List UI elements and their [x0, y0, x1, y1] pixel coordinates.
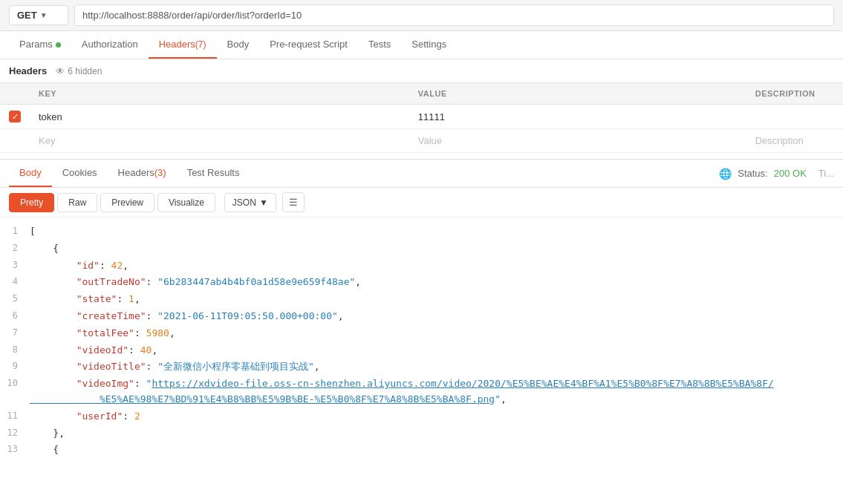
view-pretty-button[interactable]: Pretty: [9, 193, 54, 212]
row-checkbox-cell[interactable]: ✓: [0, 105, 30, 129]
headers-section-header: Headers 👁 6 hidden: [0, 59, 843, 83]
method-select[interactable]: GET ▼: [9, 5, 68, 25]
placeholder-key[interactable]: Key: [30, 129, 409, 153]
tab-params[interactable]: Params: [9, 31, 71, 59]
json-line-5: 5 "state": 1,: [0, 291, 843, 308]
json-line-13: 13 {: [0, 442, 843, 459]
tab-prerequest[interactable]: Pre-request Script: [259, 31, 358, 59]
tab-body[interactable]: Body: [217, 31, 260, 59]
chevron-down-icon: ▼: [40, 11, 48, 19]
col-check: [0, 83, 30, 105]
eye-icon: 👁: [56, 66, 65, 76]
row-key[interactable]: token: [30, 105, 409, 129]
placeholder-value[interactable]: Value: [409, 129, 746, 153]
view-visualize-button[interactable]: Visualize: [157, 193, 215, 212]
video-img-link[interactable]: https://xdvideo-file.oss-cn-shenzhen.ali…: [30, 378, 774, 405]
view-preview-button[interactable]: Preview: [100, 193, 154, 212]
tab-settings[interactable]: Settings: [401, 31, 457, 59]
request-tabs-bar: Params Authorization Headers(7) Body Pre…: [0, 31, 843, 59]
json-line-8: 8 "videoId": 40,: [0, 342, 843, 359]
status-label: Status:: [738, 168, 767, 179]
json-line-7: 7 "totalFee": 5980,: [0, 325, 843, 342]
globe-icon: 🌐: [719, 168, 732, 180]
response-toolbar: Pretty Raw Preview Visualize JSON ▼ ☰: [0, 188, 843, 217]
format-label: JSON: [232, 197, 256, 208]
status-value: 200 OK: [774, 168, 807, 179]
table-row: ✓ token 11111: [0, 105, 843, 129]
view-raw-button[interactable]: Raw: [57, 193, 97, 212]
response-status: 🌐 Status: 200 OK Ti...: [719, 168, 834, 180]
format-select[interactable]: JSON ▼: [224, 193, 276, 212]
col-value: VALUE: [409, 83, 746, 105]
json-line-1: 1 [: [0, 223, 843, 240]
placeholder-check-cell: [0, 129, 30, 153]
tab-headers[interactable]: Headers(7): [149, 31, 217, 59]
chevron-down-icon: ▼: [259, 197, 268, 208]
url-bar: GET ▼: [0, 0, 843, 31]
time-label: Ti...: [818, 168, 834, 179]
col-description: DESCRIPTION: [746, 83, 843, 105]
tab-tests[interactable]: Tests: [358, 31, 401, 59]
json-content: 1 [ 2 { 3 "id": 42, 4 "outTradeNo": "6b2…: [0, 217, 843, 465]
hidden-count: 6 hidden: [68, 66, 102, 76]
response-tab-cookies[interactable]: Cookies: [52, 160, 108, 187]
response-section: Body Cookies Headers(3) Test Results 🌐 S…: [0, 159, 843, 465]
json-line-2: 2 {: [0, 240, 843, 258]
tab-authorization[interactable]: Authorization: [71, 31, 149, 59]
json-line-6: 6 "createTime": "2021-06-11T09:05:50.000…: [0, 308, 843, 325]
json-line-12: 12 },: [0, 425, 843, 442]
json-line-11: 11 "userId": 2: [0, 408, 843, 425]
url-input[interactable]: [74, 4, 834, 26]
json-line-3: 3 "id": 42,: [0, 258, 843, 275]
method-label: GET: [17, 10, 37, 21]
wrap-button[interactable]: ☰: [282, 192, 305, 212]
json-line-9: 9 "videoTitle": "全新微信小程序零基础到项目实战",: [0, 359, 843, 376]
response-tab-body[interactable]: Body: [9, 160, 52, 187]
params-dot: [56, 42, 61, 48]
row-value[interactable]: 11111: [409, 105, 746, 129]
json-line-10: 10 "videoImg": "https://xdvideo-file.oss…: [0, 376, 843, 408]
hidden-badge: 👁 6 hidden: [56, 66, 102, 76]
response-tab-test-results[interactable]: Test Results: [177, 160, 250, 187]
headers-table: KEY VALUE DESCRIPTION ✓ token 11111 Key …: [0, 83, 843, 153]
headers-label: Headers: [9, 65, 47, 76]
json-line-4: 4 "outTradeNo": "6b283447ab4b4bf0a1d58e9…: [0, 274, 843, 291]
checkbox-checked[interactable]: ✓: [9, 111, 21, 122]
col-key: KEY: [30, 83, 409, 105]
wrap-icon: ☰: [289, 197, 298, 208]
placeholder-description[interactable]: Description: [746, 129, 843, 153]
row-description[interactable]: [746, 105, 843, 129]
response-tab-headers[interactable]: Headers(3): [108, 160, 177, 187]
response-tabs-bar: Body Cookies Headers(3) Test Results 🌐 S…: [0, 160, 843, 188]
table-row-placeholder: Key Value Description: [0, 129, 843, 153]
